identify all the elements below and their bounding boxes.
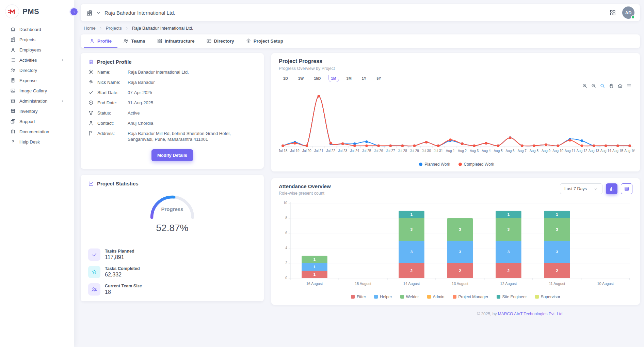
sidebar-item-support[interactable]: Support <box>0 116 74 126</box>
legend-label: Welder <box>406 295 419 299</box>
svg-text:Jul 30: Jul 30 <box>422 149 431 153</box>
modify-details-button[interactable]: Modify Details <box>151 149 193 161</box>
toolbar-pan-button[interactable] <box>609 83 614 89</box>
legend-item-completed-work[interactable]: Completed Work <box>458 162 494 167</box>
sidebar-item-help-desk[interactable]: Help Desk <box>0 137 74 147</box>
sidebar-item-expense[interactable]: Expense <box>0 75 74 86</box>
tab-teams[interactable]: Teams <box>117 34 151 48</box>
table-icon <box>624 186 629 192</box>
chevron-right-icon <box>61 99 65 103</box>
archive-icon <box>10 98 16 104</box>
toolbar-zoom-out-button[interactable] <box>591 83 596 89</box>
svg-text:3: 3 <box>508 250 510 254</box>
legend-item-planned-work[interactable]: Planned Work <box>419 162 450 167</box>
sidebar-item-activities[interactable]: Activities <box>0 55 74 65</box>
range-button-5y[interactable]: 5Y <box>374 75 384 82</box>
range-button-1y[interactable]: 1Y <box>359 75 369 82</box>
sidebar-item-inventory[interactable]: Inventory <box>0 106 74 116</box>
svg-text:Aug 4: Aug 4 <box>482 149 491 153</box>
profile-card-title: Project Profile <box>97 59 132 65</box>
company-selector[interactable]: Raja Bahadur International Ltd. <box>86 10 175 16</box>
progress-card-header: Project Progress <box>279 58 634 64</box>
footer-company-link[interactable]: MARCO AIoT Technologies Pvt. Ltd. <box>498 312 564 316</box>
field-label: End Date: <box>97 100 124 106</box>
sidebar-item-employees[interactable]: Employees <box>0 45 74 55</box>
svg-text:10: 10 <box>284 201 288 205</box>
stat-value: 117,891 <box>105 254 134 260</box>
sidebar-item-projects[interactable]: Projects <box>0 34 74 45</box>
range-button-1d[interactable]: 1D <box>280 75 291 82</box>
people-icon <box>91 286 97 292</box>
sidebar-item-image-gallary[interactable]: Image Gallary <box>0 86 74 96</box>
legend-item-supervisor[interactable]: Supervisor <box>535 295 560 299</box>
table-view-button[interactable] <box>621 183 632 194</box>
stat-text: Tasks Completed62,332 <box>105 266 140 278</box>
chevron-left-icon <box>72 10 77 14</box>
range-button-1m[interactable]: 1M <box>328 75 339 82</box>
profile-card-header: Project Profile <box>88 59 256 65</box>
footer: © 2025, by MARCO AIoT Technologies Pvt. … <box>271 312 640 319</box>
tab-profile[interactable]: Profile <box>84 34 117 48</box>
statistics-card-header: Project Statistics <box>88 181 256 186</box>
svg-text:12 August: 12 August <box>500 282 517 286</box>
svg-text:Aug 3: Aug 3 <box>470 149 479 153</box>
legend-item-site-engineer[interactable]: Site Engineer <box>497 295 527 299</box>
range-button-3m[interactable]: 3M <box>344 75 354 82</box>
chevron-right-icon <box>61 58 65 62</box>
svg-text:4: 4 <box>285 246 287 250</box>
svg-text:11 August: 11 August <box>549 282 565 286</box>
toolbar-zoom-in-button[interactable] <box>582 83 587 89</box>
tab-label: Project Setup <box>254 39 283 44</box>
sidebar-item-directory[interactable]: Directory <box>0 65 74 75</box>
menu-icon <box>626 83 632 89</box>
logo-m-glyph <box>7 7 17 16</box>
legend-item-fitter[interactable]: Fitter <box>351 295 366 299</box>
legend-item-welder[interactable]: Welder <box>400 295 419 299</box>
profile-field-name: Name:Raja Bahadur International Ltd. <box>88 69 256 75</box>
gear-icon <box>88 69 94 75</box>
logo-m-icon <box>5 4 19 18</box>
bar-chart-legend: FitterHelperWelderAdminProject ManagerSi… <box>279 294 632 302</box>
breadcrumb-item-projects[interactable]: Projects <box>106 26 122 31</box>
sidebar-item-label: Employees <box>19 47 41 52</box>
stat-label: Current Team Size <box>105 284 142 288</box>
tab-project-setup[interactable]: Project Setup <box>240 34 289 48</box>
breadcrumb: HomeProjectsRaja Bahadur International L… <box>81 21 640 34</box>
date-range-select[interactable]: Last 7 Days <box>560 183 602 194</box>
tab-infrastructure[interactable]: Infrastructure <box>151 34 200 48</box>
legend-label: Site Engineer <box>502 295 527 299</box>
attendance-card-subtitle: Role-wise present count <box>279 191 331 196</box>
legend-item-project-manager[interactable]: Project Manager <box>453 295 488 299</box>
sidebar-collapse-button[interactable] <box>69 7 79 16</box>
app-name: PMS <box>22 7 39 16</box>
sidebar-item-label: Help Desk <box>19 139 40 145</box>
toolbar-menu-button[interactable] <box>626 83 632 89</box>
sidebar-item-label: Projects <box>19 37 35 42</box>
stat-icon-box <box>88 248 100 261</box>
bar-view-button[interactable] <box>606 183 617 194</box>
svg-text:3: 3 <box>459 227 461 231</box>
sidebar-item-dashboard[interactable]: Dashboard <box>0 24 74 34</box>
sidebar-item-label: Dashboard <box>19 27 41 32</box>
avatar[interactable]: AD <box>622 6 634 19</box>
legend-item-helper[interactable]: Helper <box>374 295 392 299</box>
sidebar-item-documentation[interactable]: Documentation <box>0 126 74 137</box>
legend-item-admin[interactable]: Admin <box>427 295 445 299</box>
tab-directory[interactable]: Directory <box>200 34 240 48</box>
sidebar-item-label: Activities <box>19 58 37 63</box>
breadcrumb-item-home[interactable]: Home <box>84 26 96 31</box>
apps-grid-button[interactable] <box>609 9 616 16</box>
stat-tasks-completed: Tasks Completed62,332 <box>88 266 256 278</box>
range-button-15d[interactable]: 15D <box>311 75 323 82</box>
field-label: Status: <box>97 110 124 116</box>
svg-text:3: 3 <box>508 227 510 231</box>
stat-text: Tasks Planned117,891 <box>105 249 134 260</box>
target-icon <box>88 100 94 105</box>
field-label: Name: <box>97 69 124 75</box>
range-button-1w[interactable]: 1W <box>295 75 306 82</box>
profile-field-address: Address:Raja Bahadur Mill Rd, behind She… <box>88 131 256 142</box>
building-icon <box>88 59 94 65</box>
toolbar-reset-home-button[interactable] <box>617 83 623 89</box>
toolbar-selection-zoom-button[interactable] <box>600 83 605 89</box>
sidebar-item-administration[interactable]: Administration <box>0 96 74 106</box>
